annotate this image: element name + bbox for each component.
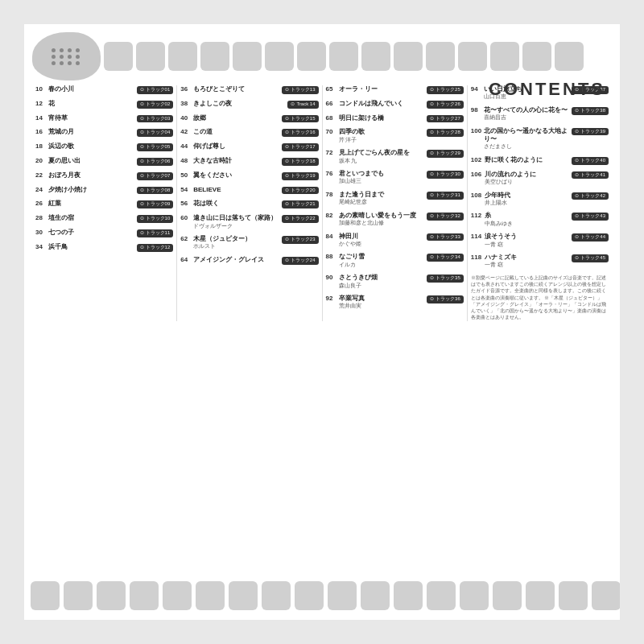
deco-sq bbox=[458, 42, 487, 71]
track-badge: ⊙ トラック23 bbox=[282, 236, 319, 244]
song-subtitle: 加山雄三 bbox=[339, 178, 384, 184]
table-row: 118ハナミズキ一青 窈⊙ トラック45 bbox=[471, 254, 609, 269]
track-badge: ⊙ トラック43 bbox=[572, 213, 609, 221]
deco-sq bbox=[104, 42, 133, 71]
song-title: コンドルは飛んでいく bbox=[339, 100, 403, 108]
page-number: 70 bbox=[326, 128, 336, 136]
song-title: 遠き山に日は落ちて（家路） bbox=[193, 214, 277, 222]
track-badge: ⊙ トラック11 bbox=[137, 229, 174, 237]
page-number: 34 bbox=[35, 243, 45, 251]
page-number: 48 bbox=[180, 157, 190, 165]
col-3: 65オーラ・リー⊙ トラック2566コンドルは飛んでいく⊙ トラック2668明日… bbox=[323, 85, 468, 321]
page-number: 82 bbox=[326, 212, 336, 220]
song-subtitle: ドヴォルザーク bbox=[193, 223, 277, 229]
page-number: 94 bbox=[471, 85, 481, 93]
table-row: 72見上げてごらん夜の星を坂本 九⊙ トラック29 bbox=[326, 149, 464, 164]
table-row: 60遠き山に日は落ちて（家路）ドヴォルザーク⊙ トラック22 bbox=[180, 214, 318, 229]
song-title: さとうきび畑 bbox=[339, 274, 378, 282]
col-2: 36もろびとこぞりて⊙ トラック1338きよしこの夜⊙ Track 1440故郷… bbox=[177, 85, 322, 321]
page-number: 60 bbox=[180, 214, 190, 222]
song-title: 故郷 bbox=[193, 114, 206, 122]
song-title: 花〜すべての人の心に花を〜 bbox=[484, 106, 568, 114]
table-row: 88なごり雪イルカ⊙ トラック34 bbox=[326, 253, 464, 268]
deco-sq bbox=[427, 581, 456, 610]
track-badge: ⊙ トラック25 bbox=[427, 86, 464, 94]
song-title: 浜千鳥 bbox=[48, 243, 68, 251]
notes: ※割愛ページに記載している上記曲のサイズは音楽です。記述はでも表されていますこの… bbox=[471, 275, 609, 321]
song-subtitle: 喜納昌吉 bbox=[484, 114, 568, 121]
table-row: 54BELIEVE⊙ トラック20 bbox=[180, 186, 318, 195]
table-row: 68明日に架ける橋⊙ トラック27 bbox=[326, 114, 464, 123]
song-title: 見上げてごらん夜の星を bbox=[339, 149, 410, 157]
song-title: 翼をください bbox=[193, 171, 232, 180]
deco-sq bbox=[229, 581, 258, 610]
song-title: 荒城の月 bbox=[48, 128, 74, 136]
page-number: 114 bbox=[471, 233, 481, 241]
song-title: 夏の思い出 bbox=[48, 157, 80, 165]
deco-sq bbox=[163, 581, 192, 610]
page-number: 106 bbox=[471, 171, 481, 179]
deco-sq bbox=[361, 581, 390, 610]
song-title: 浜辺の歌 bbox=[48, 142, 74, 151]
deco-sq bbox=[522, 42, 551, 71]
deco-sq bbox=[168, 42, 197, 71]
page-number: 10 bbox=[35, 85, 45, 93]
track-badge: ⊙ トラック24 bbox=[282, 257, 319, 265]
table-row: 108少年時代井上陽水⊙ トラック42 bbox=[471, 192, 609, 207]
song-title: 花は咲く bbox=[193, 200, 219, 208]
page-number: 14 bbox=[35, 114, 45, 122]
table-row: 102野に咲く花のように⊙ トラック40 bbox=[471, 156, 609, 165]
song-subtitle: 一青 窈 bbox=[485, 242, 517, 248]
track-badge: ⊙ トラック28 bbox=[427, 129, 464, 137]
song-subtitle: イルカ bbox=[339, 262, 365, 268]
song-title: 夕焼け小焼け bbox=[48, 186, 87, 194]
song-subtitle: 加藤和彦と北山修 bbox=[339, 220, 416, 226]
song-subtitle: 芹 洋子 bbox=[339, 137, 365, 143]
track-badge: ⊙ トラック36 bbox=[427, 295, 464, 303]
deco-sq bbox=[460, 581, 489, 610]
track-badge: ⊙ トラック21 bbox=[282, 200, 319, 208]
table-row: 34浜千鳥⊙ トラック12 bbox=[35, 243, 173, 252]
page-number: 22 bbox=[35, 171, 45, 180]
page: CONTENTS 10春の小川⊙ トラック0112花⊙ トラック0214宵待草⊙… bbox=[24, 24, 620, 620]
page-number: 50 bbox=[180, 171, 190, 180]
deco-sq bbox=[361, 42, 390, 71]
song-title: おぼろ月夜 bbox=[48, 171, 80, 180]
table-row: 10春の小川⊙ トラック01 bbox=[35, 85, 173, 94]
track-badge: ⊙ トラック03 bbox=[137, 115, 174, 123]
track-badge: ⊙ トラック22 bbox=[282, 215, 319, 223]
song-title: 紅葉 bbox=[48, 200, 61, 208]
table-row: 78また逢う日まで尾崎紀世彦⊙ トラック31 bbox=[326, 191, 464, 206]
track-badge: ⊙ トラック39 bbox=[572, 128, 609, 136]
table-row: 76君といつまでも加山雄三⊙ トラック30 bbox=[326, 170, 464, 185]
track-badge: ⊙ トラック02 bbox=[137, 101, 174, 109]
deco-sq bbox=[64, 581, 93, 610]
track-badge: ⊙ トラック34 bbox=[427, 254, 464, 262]
table-row: 100北の国から〜遥かなる大地より〜さだまさし⊙ トラック39 bbox=[471, 127, 609, 151]
table-row: 114涙そうそう一青 窈⊙ トラック44 bbox=[471, 233, 609, 248]
table-row: 18浜辺の歌⊙ トラック05 bbox=[35, 142, 173, 151]
track-badge: ⊙ トラック40 bbox=[572, 157, 609, 165]
page-number: 56 bbox=[180, 200, 190, 208]
table-row: 62木星（ジュピター）ホルスト⊙ トラック23 bbox=[180, 235, 318, 250]
table-row: 84神田川かぐや姫⊙ トラック33 bbox=[326, 233, 464, 248]
deco-sq bbox=[490, 42, 519, 71]
page-number: 98 bbox=[471, 106, 481, 114]
track-badge: ⊙ トラック44 bbox=[572, 233, 609, 242]
table-row: 16荒城の月⊙ トラック04 bbox=[35, 128, 173, 137]
table-row: 36もろびとこぞりて⊙ トラック13 bbox=[180, 85, 318, 94]
track-badge: ⊙ トラック30 bbox=[427, 171, 464, 179]
page-number: 38 bbox=[180, 100, 190, 108]
track-badge: ⊙ トラック17 bbox=[282, 143, 319, 151]
song-title: 仰げば尊し bbox=[193, 142, 225, 151]
page-number: 36 bbox=[180, 85, 190, 93]
deco-sq bbox=[592, 581, 620, 610]
table-row: 26紅葉⊙ トラック09 bbox=[35, 200, 173, 208]
song-title: アメイジング・グレイス bbox=[193, 256, 264, 264]
page-number: 24 bbox=[35, 186, 45, 194]
page-number: 112 bbox=[471, 212, 481, 220]
song-subtitle: 中島みゆき bbox=[485, 221, 513, 227]
table-row: 28埴生の宿⊙ トラック10 bbox=[35, 214, 173, 223]
page-number: 68 bbox=[326, 114, 336, 122]
deco-sq bbox=[555, 42, 584, 71]
